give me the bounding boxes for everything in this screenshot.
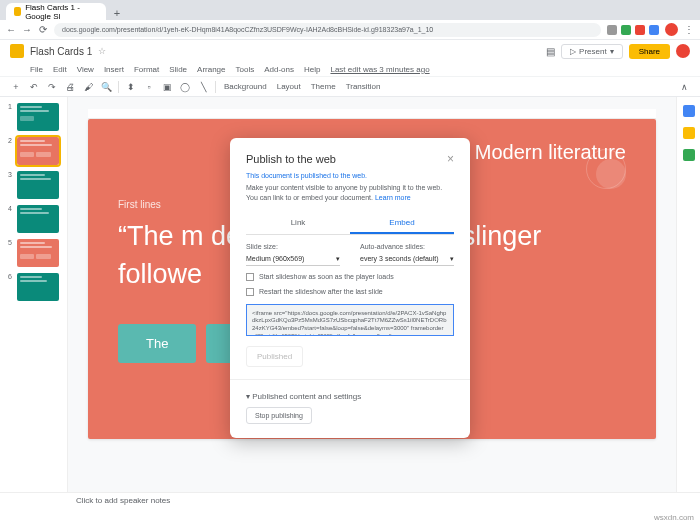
chevron-down-icon: ▾ xyxy=(336,255,340,263)
slide-size-label: Slide size: xyxy=(246,243,340,250)
published-button: Published xyxy=(246,346,303,367)
embed-code-field[interactable]: <iframe src="https://docs.google.com/pre… xyxy=(246,304,454,336)
checkbox-restart-slideshow[interactable] xyxy=(246,288,254,296)
modal-backdrop: Publish to the web × This document is pu… xyxy=(0,0,700,526)
tab-embed[interactable]: Embed xyxy=(350,213,454,234)
checkbox-start-slideshow[interactable] xyxy=(246,273,254,281)
divider xyxy=(230,379,470,380)
modal-title: Publish to the web xyxy=(246,153,336,165)
checkbox-label: Start slideshow as soon as the player lo… xyxy=(259,273,394,280)
auto-advance-select[interactable]: every 3 seconds (default)▾ xyxy=(360,253,454,266)
tab-link[interactable]: Link xyxy=(246,213,350,234)
learn-more-link[interactable]: Learn more xyxy=(375,194,411,201)
checkbox-label: Restart the slideshow after the last sli… xyxy=(259,288,383,295)
publish-modal: Publish to the web × This document is pu… xyxy=(230,138,470,438)
close-icon[interactable]: × xyxy=(447,152,454,166)
auto-advance-label: Auto-advance slides: xyxy=(360,243,454,250)
publish-status: This document is published to the web. xyxy=(246,172,454,179)
publish-description: Make your content visible to anyone by p… xyxy=(246,183,454,203)
chevron-down-icon: ▾ xyxy=(450,255,454,263)
watermark: wsxdn.com xyxy=(654,513,694,522)
slide-size-select[interactable]: Medium (960x569)▾ xyxy=(246,253,340,266)
modal-tabs: Link Embed xyxy=(246,213,454,235)
expand-settings[interactable]: ▾ Published content and settings xyxy=(246,392,454,401)
stop-publishing-button[interactable]: Stop publishing xyxy=(246,407,312,424)
